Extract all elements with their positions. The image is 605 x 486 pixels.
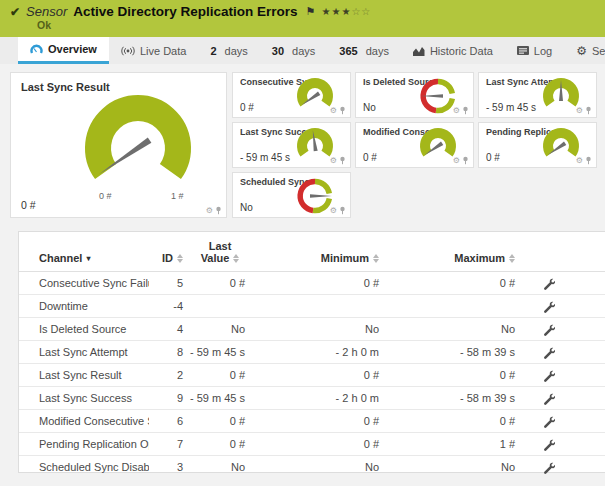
tab-2-days[interactable]: 2days	[198, 37, 259, 64]
cell-channel: Modified Consecutive S...	[19, 410, 149, 433]
channel-table-body: Consecutive Sync Failur...50 #0 #0 #Down…	[19, 272, 605, 479]
gear-icon: ⚙	[576, 45, 587, 57]
gear-icon[interactable]: ⚙	[330, 206, 337, 215]
rating-stars[interactable]: ★★★☆☆	[321, 6, 371, 17]
cell-last-value: No	[189, 456, 251, 479]
column-header-id[interactable]: ID	[149, 240, 189, 272]
tile-actions: ⚙	[453, 156, 469, 165]
cell-channel: Last Sync Result	[19, 364, 149, 387]
gauge-value: No	[240, 202, 253, 213]
tab-historic-data[interactable]: Historic Data	[401, 37, 505, 64]
cell-minimum: - 2 h 0 m	[251, 341, 385, 364]
cell-id: 6	[149, 410, 189, 433]
table-row[interactable]: Last Sync Attempt8- 59 m 45 s- 2 h 0 m- …	[19, 341, 605, 364]
channel-settings-icon[interactable]	[543, 439, 555, 451]
gear-icon[interactable]: ⚙	[453, 106, 460, 115]
channel-table: Channel▾ ID Last Value Minimum Maximum	[19, 240, 605, 479]
gear-icon[interactable]: ⚙	[453, 156, 460, 165]
gauge-value: No	[363, 102, 376, 113]
gauge-scale-max: 1 #	[171, 191, 184, 201]
sensor-header: ✔ Sensor Active Directory Replication Er…	[0, 0, 605, 37]
cell-last-value: 0 #	[189, 364, 251, 387]
table-row[interactable]: Consecutive Sync Failur...50 #0 #0 #	[19, 272, 605, 295]
channel-settings-icon[interactable]	[543, 462, 555, 474]
log-icon	[517, 46, 529, 55]
cell-minimum	[251, 295, 385, 318]
cell-channel: Scheduled Sync Disabled	[19, 456, 149, 479]
pin-icon[interactable]	[339, 206, 346, 215]
cell-channel: Consecutive Sync Failur...	[19, 272, 149, 295]
column-header-channel[interactable]: Channel▾	[19, 240, 149, 272]
pin-icon[interactable]	[585, 156, 592, 165]
tile-actions: ⚙	[453, 106, 469, 115]
tab-settings[interactable]: ⚙ Settings	[564, 37, 605, 64]
gear-icon[interactable]: ⚙	[576, 106, 583, 115]
cell-id: 8	[149, 341, 189, 364]
cell-maximum: - 58 m 39 s	[385, 341, 521, 364]
tab-log[interactable]: Log	[505, 37, 564, 64]
cell-maximum: - 58 m 39 s	[385, 387, 521, 410]
gear-icon[interactable]: ⚙	[206, 206, 213, 215]
gauge-tile: Pending Replication Operatio...0 #⚙	[478, 122, 597, 168]
table-row[interactable]: Downtime-4	[19, 295, 605, 318]
page-title: Active Directory Replication Errors	[73, 4, 297, 19]
channel-settings-icon[interactable]	[543, 347, 555, 359]
channel-settings-icon[interactable]	[543, 416, 555, 428]
cell-maximum: 0 #	[385, 272, 521, 295]
table-row[interactable]: Last Sync Success9- 59 m 45 s- 2 h 0 m- …	[19, 387, 605, 410]
channel-settings-icon[interactable]	[543, 324, 555, 336]
gear-icon[interactable]: ⚙	[576, 156, 583, 165]
flag-icon[interactable]: ⚑	[306, 5, 316, 18]
channel-settings-icon[interactable]	[543, 393, 555, 405]
gauge-icon	[30, 44, 43, 55]
pin-icon[interactable]	[215, 206, 222, 215]
gauge-value: 0 #	[21, 199, 36, 211]
pin-icon[interactable]	[462, 156, 469, 165]
tab-overview[interactable]: Overview	[18, 37, 109, 64]
star-icon[interactable]: ★	[331, 6, 341, 17]
star-icon[interactable]: ☆	[361, 6, 371, 17]
cell-channel: Last Sync Success	[19, 387, 149, 410]
gauge-value: 0 #	[486, 152, 500, 163]
cell-minimum: No	[251, 318, 385, 341]
cell-minimum: 0 #	[251, 364, 385, 387]
pin-icon[interactable]	[585, 106, 592, 115]
tab-365-days[interactable]: 365days	[327, 37, 401, 64]
table-row[interactable]: Modified Consecutive S...60 #0 #0 #	[19, 410, 605, 433]
table-row[interactable]: Scheduled Sync Disabled3NoNoNo	[19, 456, 605, 479]
cell-minimum: 0 #	[251, 433, 385, 456]
column-header-maximum[interactable]: Maximum	[385, 240, 521, 272]
table-row[interactable]: Last Sync Result20 #0 #0 #	[19, 364, 605, 387]
cell-actions	[521, 364, 605, 387]
sort-caret-icon: ▾	[86, 254, 90, 263]
tile-actions: ⚙	[330, 156, 346, 165]
column-header-last-value[interactable]: Last Value	[189, 240, 251, 272]
column-header-minimum[interactable]: Minimum	[251, 240, 385, 272]
gear-icon[interactable]: ⚙	[330, 106, 337, 115]
channel-settings-icon[interactable]	[543, 301, 555, 313]
channel-settings-icon[interactable]	[543, 370, 555, 382]
table-row[interactable]: Is Deleted Source4NoNoNo	[19, 318, 605, 341]
tab-live-data[interactable]: Live Data	[109, 37, 198, 64]
cell-last-value: 0 #	[189, 272, 251, 295]
cell-maximum: 0 #	[385, 364, 521, 387]
star-icon[interactable]: ★	[341, 6, 351, 17]
tab-30-days[interactable]: 30days	[260, 37, 328, 64]
star-icon[interactable]: ☆	[351, 6, 361, 17]
pin-icon[interactable]	[339, 106, 346, 115]
cell-actions	[521, 272, 605, 295]
table-row[interactable]: Pending Replication Op...70 #0 #1 #	[19, 433, 605, 456]
pin-icon[interactable]	[339, 156, 346, 165]
cell-channel: Downtime	[19, 295, 149, 318]
table-header-row: Channel▾ ID Last Value Minimum Maximum	[19, 240, 605, 272]
pin-icon[interactable]	[462, 106, 469, 115]
cell-minimum: 0 #	[251, 410, 385, 433]
channel-settings-icon[interactable]	[543, 278, 555, 290]
sort-icon	[177, 254, 183, 263]
star-icon[interactable]: ★	[321, 6, 331, 17]
gear-icon[interactable]: ⚙	[330, 156, 337, 165]
cell-maximum	[385, 295, 521, 318]
cell-actions	[521, 433, 605, 456]
cell-actions	[521, 456, 605, 479]
gauge-value: - 59 m 45 s	[486, 102, 536, 113]
